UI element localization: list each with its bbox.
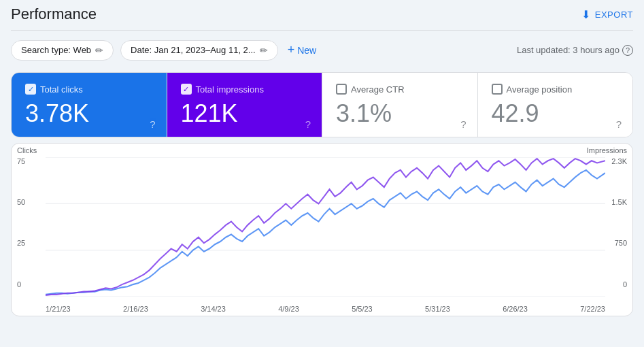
page-title: Performance bbox=[11, 5, 97, 23]
help-icon-ctr[interactable]: ? bbox=[460, 118, 466, 130]
export-button[interactable]: ⬇ EXPORT bbox=[581, 8, 633, 21]
checkbox-impressions: ✓ bbox=[181, 84, 192, 95]
edit-icon: ✏ bbox=[260, 45, 268, 56]
new-button[interactable]: + New bbox=[285, 39, 320, 61]
metric-ctr-value: 3.1% bbox=[336, 100, 464, 127]
y-axis-left-values: 75 50 25 0 bbox=[17, 157, 25, 288]
search-type-filter[interactable]: Search type: Web ✏ bbox=[11, 40, 114, 61]
metric-position-label: Average position bbox=[507, 84, 573, 95]
metric-total-clicks[interactable]: ✓ Total clicks 3.78K ? bbox=[12, 73, 167, 137]
help-icon-position[interactable]: ? bbox=[616, 118, 622, 130]
edit-icon: ✏ bbox=[95, 45, 103, 56]
help-icon-impressions[interactable]: ? bbox=[305, 118, 311, 130]
last-updated: Last updated: 3 hours ago ? bbox=[517, 45, 633, 56]
metric-ctr-label: Average CTR bbox=[351, 84, 405, 95]
metric-total-impressions[interactable]: ✓ Total impressions 121K ? bbox=[167, 73, 323, 137]
date-filter[interactable]: Date: Jan 21, 2023–Aug 11, 2... ✏ bbox=[120, 40, 278, 61]
metric-impressions-value: 121K bbox=[181, 100, 309, 127]
metric-clicks-label: Total clicks bbox=[40, 84, 83, 95]
metric-average-position[interactable]: Average position 42.9 ? bbox=[478, 73, 633, 137]
checkbox-clicks: ✓ bbox=[25, 84, 36, 95]
help-icon-clicks[interactable]: ? bbox=[150, 118, 155, 130]
y-axis-right-label: Impressions bbox=[587, 146, 627, 154]
download-icon: ⬇ bbox=[581, 8, 591, 21]
metric-impressions-label: Total impressions bbox=[196, 84, 264, 95]
metric-average-ctr[interactable]: Average CTR 3.1% ? bbox=[322, 73, 478, 137]
export-label: EXPORT bbox=[595, 10, 633, 20]
chart-svg-area bbox=[46, 157, 605, 297]
filters-row: Search type: Web ✏ Date: Jan 21, 2023–Au… bbox=[11, 39, 633, 61]
y-axis-right-values: 2.3K 1.5K 750 0 bbox=[611, 157, 627, 288]
metric-clicks-value: 3.78K bbox=[25, 100, 153, 127]
help-icon[interactable]: ? bbox=[622, 45, 633, 56]
checkbox-ctr bbox=[336, 84, 347, 95]
checkbox-position bbox=[492, 84, 503, 95]
new-label: New bbox=[297, 45, 316, 56]
plus-icon: + bbox=[288, 43, 295, 57]
search-type-label: Search type: Web bbox=[21, 45, 91, 55]
x-axis-labels: 1/21/23 2/16/23 3/14/23 4/9/23 5/5/23 5/… bbox=[46, 305, 605, 313]
metrics-row: ✓ Total clicks 3.78K ? ✓ Total impressio… bbox=[11, 72, 633, 137]
date-label: Date: Jan 21, 2023–Aug 11, 2... bbox=[131, 45, 256, 55]
y-axis-left-label: Clicks bbox=[17, 146, 37, 154]
metric-position-value: 42.9 bbox=[492, 100, 620, 127]
performance-chart: Clicks Impressions 75 50 25 0 2.3K 1.5K … bbox=[11, 143, 633, 316]
